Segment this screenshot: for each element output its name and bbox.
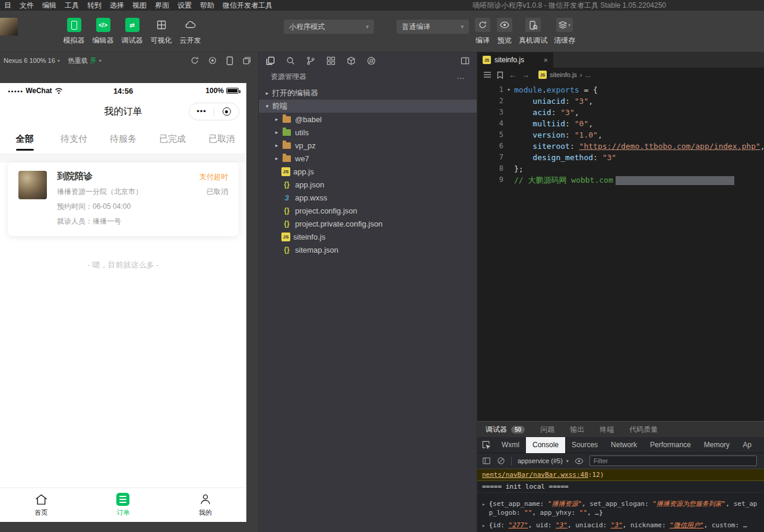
console-sidebar-icon[interactable] bbox=[482, 457, 491, 465]
console-filter-input[interactable] bbox=[589, 455, 757, 466]
more-actions-icon[interactable]: ... bbox=[457, 72, 465, 81]
menu-item-界面[interactable]: 界面 bbox=[151, 1, 173, 11]
tab-orders[interactable]: 订单 bbox=[82, 488, 164, 522]
visualize-button[interactable]: 可视化 bbox=[147, 18, 176, 46]
debugger-tab-输出[interactable]: 输出 bbox=[570, 425, 584, 435]
order-card[interactable]: 到院陪诊 支付超时 播播资源一分院（北京市） 已取消 预约时间：06-05 04… bbox=[8, 163, 239, 236]
device-frame-icon[interactable] bbox=[226, 56, 233, 65]
code-line-1[interactable]: 1▾module.exports = { bbox=[477, 84, 764, 95]
outline-list-icon[interactable] bbox=[483, 71, 492, 78]
tree-item-project.config.json[interactable]: {}project.config.json bbox=[259, 204, 477, 217]
devtools-tab-Sources[interactable]: Sources bbox=[565, 437, 604, 453]
order-tab-全部[interactable]: 全部 bbox=[0, 125, 49, 154]
menu-item-设置[interactable]: 设置 bbox=[173, 1, 196, 11]
fold-icon[interactable]: ▾ bbox=[503, 84, 514, 95]
editor-tab-siteinfo[interactable]: JS siteinfo.js × bbox=[477, 52, 553, 68]
order-tab-已完成[interactable]: 已完成 bbox=[148, 125, 197, 154]
clear-cache-button[interactable]: ▾ 清缓存 bbox=[554, 18, 575, 46]
editor-toggle-button[interactable]: </> 编辑器 bbox=[88, 18, 118, 46]
device-select[interactable]: Nexus 6 100% 16 ▾ bbox=[4, 57, 60, 64]
extensions-icon[interactable] bbox=[326, 56, 335, 65]
devtools-tab-Ap[interactable]: Ap bbox=[736, 437, 758, 453]
expand-arrow-icon[interactable]: ▸ bbox=[482, 499, 485, 517]
git-branch-icon[interactable] bbox=[306, 56, 315, 65]
split-editor-icon[interactable] bbox=[461, 56, 470, 65]
tab-profile[interactable]: 我的 bbox=[164, 488, 246, 522]
code-area[interactable]: 1▾module.exports = {2 uniacid: "3",3 aci… bbox=[477, 82, 764, 186]
breadcrumb[interactable]: JS siteinfo.js › ... bbox=[538, 71, 591, 79]
order-tab-待支付[interactable]: 待支付 bbox=[49, 125, 99, 154]
search-icon[interactable] bbox=[286, 56, 295, 65]
menu-item-选择[interactable]: 选择 bbox=[106, 1, 128, 11]
record-icon[interactable] bbox=[208, 56, 217, 65]
tree-item-app.wxss[interactable]: 3app.wxss bbox=[259, 191, 477, 204]
console-object-row[interactable]: ▸ {id: "277", uid: "3", uniacid: "3", ni… bbox=[477, 520, 764, 531]
close-icon[interactable]: × bbox=[543, 56, 548, 65]
files-icon[interactable] bbox=[266, 56, 275, 65]
user-avatar[interactable] bbox=[0, 18, 18, 36]
tree-collapsed-icon[interactable]: ▸ bbox=[272, 142, 281, 148]
clear-console-icon[interactable] bbox=[497, 457, 505, 465]
tree-collapsed-icon[interactable]: ▸ bbox=[262, 90, 272, 96]
code-line-5[interactable]: 5 version: "1.0", bbox=[477, 129, 764, 141]
code-line-9[interactable]: 9// 大鹏源码网 wobbt.com bbox=[477, 174, 764, 186]
detach-window-icon[interactable] bbox=[243, 56, 251, 65]
compile-button[interactable]: 编译 bbox=[475, 18, 490, 46]
code-line-7[interactable]: 7 design_method: "3" bbox=[477, 152, 764, 163]
tree-item-siteinfo.js[interactable]: JSsiteinfo.js bbox=[259, 230, 477, 243]
simulator-toggle-button[interactable]: 模拟器 bbox=[59, 18, 88, 46]
code-line-6[interactable]: 6 siteroot: "https://demo.ttbobo.com/app… bbox=[477, 141, 764, 152]
devtools-tab-Wxml[interactable]: Wxml bbox=[495, 437, 526, 453]
inspect-element-icon[interactable] bbox=[477, 441, 495, 449]
expand-arrow-icon[interactable]: ▸ bbox=[482, 521, 485, 530]
code-line-8[interactable]: 8}; bbox=[477, 163, 764, 174]
tree-item-utils[interactable]: ▸utils bbox=[259, 126, 477, 139]
menu-item-微信开发者工具[interactable]: 微信开发者工具 bbox=[218, 1, 277, 11]
forward-icon[interactable]: → bbox=[522, 71, 530, 79]
context-select[interactable]: appservice (#5) ▾ bbox=[518, 457, 569, 464]
menu-item-工具[interactable]: 工具 bbox=[61, 1, 83, 11]
tree-item-project.private.config.json[interactable]: {}project.private.config.json bbox=[259, 217, 477, 230]
debugger-tab-问题[interactable]: 问题 bbox=[540, 425, 554, 435]
remote-debug-button[interactable]: 真机调试 bbox=[519, 18, 547, 46]
tree-item-前端[interactable]: ▾前端 bbox=[259, 100, 477, 113]
compile-mode-select[interactable]: 普通编译 ▾ bbox=[397, 20, 469, 34]
tree-collapsed-icon[interactable]: ▸ bbox=[272, 155, 281, 161]
devtools-tab-Network[interactable]: Network bbox=[604, 437, 643, 453]
close-mini-program-button[interactable] bbox=[214, 107, 239, 116]
tree-item-sitemap.json[interactable]: {}sitemap.json bbox=[259, 243, 477, 256]
tree-collapsed-icon[interactable]: ▸ bbox=[272, 129, 281, 135]
tree-item-vp_pz[interactable]: ▸vp_pz bbox=[259, 139, 477, 152]
tree-item-打开的编辑器[interactable]: ▸打开的编辑器 bbox=[259, 87, 477, 100]
tree-expanded-icon[interactable]: ▾ bbox=[262, 103, 272, 109]
tree-item-@babel[interactable]: ▸@babel bbox=[259, 113, 477, 126]
menu-item-转到[interactable]: 转到 bbox=[83, 1, 106, 11]
debugger-tab-调试器[interactable]: 调试器50 bbox=[486, 425, 525, 435]
tree-item-app.json[interactable]: {}app.json bbox=[259, 178, 477, 191]
tab-home[interactable]: 首页 bbox=[0, 488, 82, 522]
code-line-2[interactable]: 2 uniacid: "3", bbox=[477, 95, 764, 107]
code-line-4[interactable]: 4 multiid: "0", bbox=[477, 118, 764, 129]
debugger-tab-终端[interactable]: 终端 bbox=[600, 425, 614, 435]
bookmark-icon[interactable] bbox=[497, 71, 503, 79]
eye-icon[interactable] bbox=[575, 458, 584, 464]
menu-item-目[interactable]: 目 bbox=[0, 1, 15, 11]
debugger-tab-代码质量[interactable]: 代码质量 bbox=[629, 425, 658, 435]
package-icon[interactable] bbox=[347, 56, 356, 65]
mode-select[interactable]: 小程序模式 ▾ bbox=[284, 20, 374, 34]
back-icon[interactable]: ← bbox=[509, 71, 516, 79]
more-menu-button[interactable]: ••• bbox=[189, 109, 214, 114]
order-tab-待服务[interactable]: 待服务 bbox=[99, 125, 148, 154]
menu-item-编辑[interactable]: 编辑 bbox=[38, 1, 61, 11]
order-tab-已取消[interactable]: 已取消 bbox=[197, 125, 246, 154]
code-line-3[interactable]: 3 acid: "3", bbox=[477, 107, 764, 118]
tree-item-we7[interactable]: ▸we7 bbox=[259, 152, 477, 165]
debugger-toggle-button[interactable]: ⇄ 调试器 bbox=[118, 18, 147, 46]
devtools-tab-Performance[interactable]: Performance bbox=[643, 437, 698, 453]
menu-item-文件[interactable]: 文件 bbox=[15, 1, 38, 11]
console-object-row[interactable]: ▸ {set_app_name: "播播资源", set_app_slogan:… bbox=[477, 498, 764, 518]
tree-collapsed-icon[interactable]: ▸ bbox=[272, 116, 281, 122]
restart-icon[interactable] bbox=[191, 56, 199, 65]
console-warning-source-link[interactable]: nents/navBar/navBar.wxss:48 bbox=[482, 471, 588, 479]
preview-button[interactable]: 预览 bbox=[497, 18, 512, 46]
